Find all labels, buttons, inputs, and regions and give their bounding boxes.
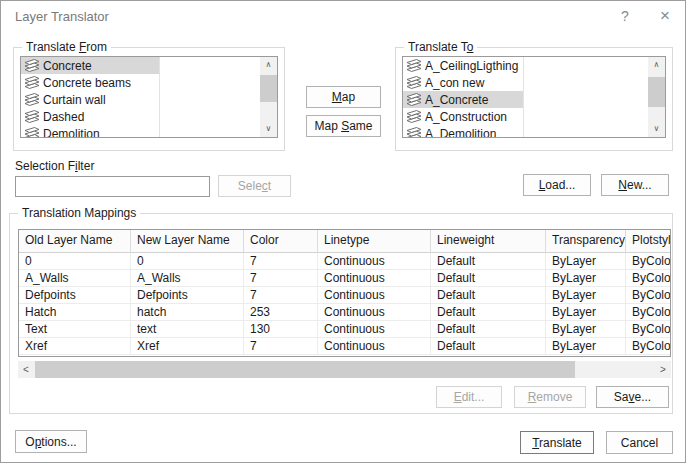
- list-item-concrete-beams[interactable]: Concrete beams: [21, 74, 260, 91]
- table-row[interactable]: A_Walls A_Walls 7 Continuous Default ByL…: [19, 270, 670, 287]
- cell-transparency: ByLayer: [546, 321, 626, 338]
- translate-from-items: Concrete Concrete beams Curtain wall Das…: [21, 57, 260, 137]
- translate-to-list[interactable]: A_CeilingLigthing A_con new A_Concrete A…: [402, 56, 666, 138]
- translate-from-list[interactable]: Concrete Concrete beams Curtain wall Das…: [20, 56, 278, 138]
- cell-lineweight: Default: [431, 287, 546, 304]
- table-header-row: Old Layer Name New Layer Name Color Line…: [19, 230, 670, 253]
- cell-plotstyle: ByColor: [626, 253, 670, 270]
- save-button[interactable]: Save...: [596, 386, 669, 408]
- list-item-a-construction[interactable]: A_Construction: [403, 108, 648, 125]
- table-row[interactable]: 0 0 7 Continuous Default ByLayer ByColor: [19, 253, 670, 270]
- table-row[interactable]: Defpoints Defpoints 7 Continuous Default…: [19, 287, 670, 304]
- translate-to-scrollbar[interactable]: ∧ ∨: [648, 57, 665, 137]
- layer-name: A_con new: [424, 76, 484, 90]
- cell-transparency: ByLayer: [546, 253, 626, 270]
- save-button-label: Save...: [614, 390, 651, 404]
- scroll-right-icon[interactable]: >: [655, 361, 671, 378]
- list-item-a-demolition[interactable]: A_Demolition: [403, 125, 648, 137]
- table-horizontal-scrollbar[interactable]: < >: [18, 361, 671, 378]
- title-bar: Layer Translator ? ×: [1, 1, 685, 31]
- scrollbar-thumb[interactable]: [35, 361, 575, 378]
- cell-transparency: ByLayer: [546, 338, 626, 355]
- map-button[interactable]: Map: [306, 86, 381, 108]
- cell-old-layer-name: Hatch: [19, 304, 131, 321]
- column-header-linetype[interactable]: Linetype: [318, 230, 431, 253]
- column-header-color[interactable]: Color: [244, 230, 318, 253]
- edit-button[interactable]: Edit...: [436, 386, 502, 408]
- cell-new-layer-name: text: [131, 321, 244, 338]
- scroll-down-icon[interactable]: ∨: [648, 121, 665, 137]
- cell-transparency: ByLayer: [546, 304, 626, 321]
- scrollbar-thumb[interactable]: [648, 77, 665, 107]
- list-item-a-con-new[interactable]: A_con new: [403, 74, 648, 91]
- load-button[interactable]: Load...: [523, 174, 591, 196]
- column-header-lineweight[interactable]: Lineweight: [431, 230, 546, 253]
- cell-lineweight: Default: [431, 338, 546, 355]
- layer-icon: [24, 127, 42, 137]
- table-row[interactable]: Xref Xref 7 Continuous Default ByLayer B…: [19, 338, 670, 355]
- column-header-transparency[interactable]: Transparency: [546, 230, 626, 253]
- cell-plotstyle: ByColor: [626, 321, 670, 338]
- column-header-old-layer-name[interactable]: Old Layer Name: [19, 230, 131, 253]
- new-button[interactable]: New...: [601, 174, 669, 196]
- layer-name: Concrete beams: [42, 76, 131, 90]
- list-item-demolition[interactable]: Demolition: [21, 125, 260, 137]
- scroll-left-icon[interactable]: <: [18, 361, 34, 378]
- cell-lineweight: Default: [431, 321, 546, 338]
- close-icon[interactable]: ×: [647, 1, 683, 31]
- translate-to-items: A_CeilingLigthing A_con new A_Concrete A…: [403, 57, 648, 137]
- selection-filter-input[interactable]: [15, 176, 210, 197]
- remove-button[interactable]: Remove: [514, 386, 586, 408]
- help-icon[interactable]: ?: [607, 1, 643, 31]
- cell-color: 7: [244, 270, 318, 287]
- cancel-button[interactable]: Cancel: [606, 431, 673, 454]
- list-item-dashed[interactable]: Dashed: [21, 108, 260, 125]
- select-button[interactable]: Select: [218, 175, 291, 197]
- layer-name: A_CeilingLigthing: [424, 59, 518, 73]
- table-row[interactable]: Hatch hatch 253 Continuous Default ByLay…: [19, 304, 670, 321]
- translate-to-label: Translate To: [404, 40, 477, 54]
- translate-from-scrollbar[interactable]: ∧ ∨: [260, 57, 277, 137]
- list-item-curtain-wall[interactable]: Curtain wall: [21, 91, 260, 108]
- column-header-plotstyle[interactable]: Plotstyle: [626, 230, 670, 253]
- options-button-label: Options...: [25, 435, 76, 449]
- translate-from-label: Translate From: [22, 40, 111, 54]
- column-header-new-layer-name[interactable]: New Layer Name: [131, 230, 244, 253]
- cell-lineweight: Default: [431, 270, 546, 287]
- scroll-up-icon[interactable]: ∧: [260, 57, 277, 73]
- cell-old-layer-name: 0: [19, 253, 131, 270]
- cancel-button-label: Cancel: [621, 436, 658, 450]
- scroll-down-icon[interactable]: ∨: [260, 121, 277, 137]
- load-button-label: Load...: [539, 178, 576, 192]
- cell-plotstyle: ByColor: [626, 304, 670, 321]
- table-row[interactable]: Text text 130 Continuous Default ByLayer…: [19, 321, 670, 338]
- cell-linetype: Continuous: [318, 321, 431, 338]
- list-item-a-ceilingligthing[interactable]: A_CeilingLigthing: [403, 57, 648, 74]
- translate-button-label: Translate: [532, 436, 582, 450]
- translate-button[interactable]: Translate: [520, 431, 594, 454]
- layer-icon: [24, 110, 42, 123]
- cell-linetype: Continuous: [318, 253, 431, 270]
- cell-color: 7: [244, 253, 318, 270]
- cell-new-layer-name: 0: [131, 253, 244, 270]
- layer-icon: [406, 59, 424, 72]
- options-button[interactable]: Options...: [15, 430, 87, 453]
- list-item-a-concrete[interactable]: A_Concrete: [403, 91, 648, 108]
- dialog-title: Layer Translator: [15, 9, 109, 24]
- map-same-button-label: Map Same: [314, 119, 372, 133]
- scroll-up-icon[interactable]: ∧: [648, 57, 665, 73]
- cell-new-layer-name: hatch: [131, 304, 244, 321]
- cell-linetype: Continuous: [318, 287, 431, 304]
- cell-transparency: ByLayer: [546, 270, 626, 287]
- cell-old-layer-name: A_Walls: [19, 270, 131, 287]
- cell-color: 253: [244, 304, 318, 321]
- list-item-concrete[interactable]: Concrete: [21, 57, 260, 74]
- layer-icon: [406, 110, 424, 123]
- layer-icon: [24, 93, 42, 106]
- cell-plotstyle: ByColor: [626, 287, 670, 304]
- new-button-label: New...: [618, 178, 651, 192]
- cell-old-layer-name: Xref: [19, 338, 131, 355]
- map-same-button[interactable]: Map Same: [306, 115, 381, 137]
- scrollbar-thumb[interactable]: [260, 75, 277, 102]
- cell-plotstyle: ByColor: [626, 270, 670, 287]
